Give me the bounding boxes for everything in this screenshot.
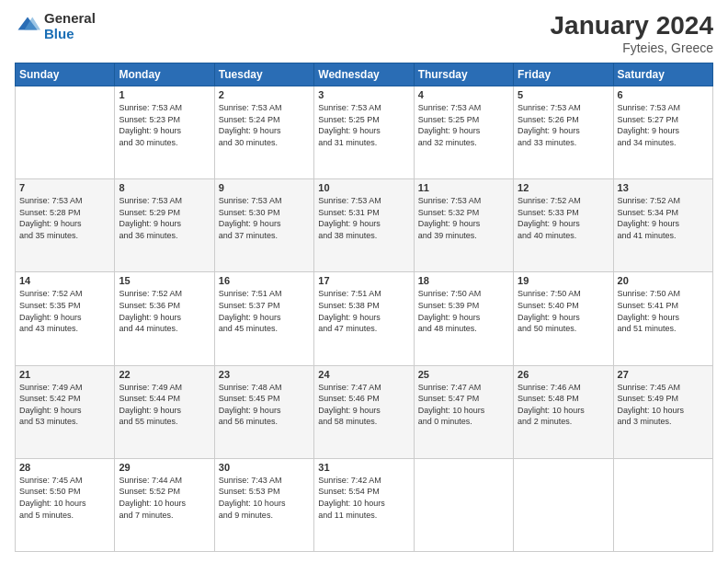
day-header-thursday: Thursday [414,63,513,86]
calendar-day-cell: 12Sunrise: 7:52 AM Sunset: 5:33 PM Dayli… [514,179,613,272]
calendar-day-cell: 30Sunrise: 7:43 AM Sunset: 5:53 PM Dayli… [214,458,313,551]
day-info: Sunrise: 7:44 AM Sunset: 5:52 PM Dayligh… [119,475,210,521]
calendar-day-cell: 3Sunrise: 7:53 AM Sunset: 5:25 PM Daylig… [314,86,414,179]
calendar-day-cell: 7Sunrise: 7:53 AM Sunset: 5:28 PM Daylig… [16,179,115,272]
day-info: Sunrise: 7:51 AM Sunset: 5:38 PM Dayligh… [318,288,409,334]
calendar-week-row: 14Sunrise: 7:52 AM Sunset: 5:35 PM Dayli… [16,272,713,365]
day-number: 25 [418,369,509,380]
calendar-day-cell: 21Sunrise: 7:49 AM Sunset: 5:42 PM Dayli… [16,365,115,458]
day-number: 13 [618,182,709,193]
calendar-day-cell: 8Sunrise: 7:53 AM Sunset: 5:29 PM Daylig… [115,179,214,272]
day-number: 27 [618,369,709,380]
day-info: Sunrise: 7:49 AM Sunset: 5:44 PM Dayligh… [119,382,210,428]
day-info: Sunrise: 7:53 AM Sunset: 5:29 PM Dayligh… [119,195,210,241]
day-info: Sunrise: 7:46 AM Sunset: 5:48 PM Dayligh… [518,382,609,428]
day-info: Sunrise: 7:53 AM Sunset: 5:25 PM Dayligh… [418,102,509,148]
day-number: 4 [418,89,509,100]
calendar-day-cell: 6Sunrise: 7:53 AM Sunset: 5:27 PM Daylig… [613,86,712,179]
day-number: 7 [19,182,110,193]
day-info: Sunrise: 7:50 AM Sunset: 5:41 PM Dayligh… [618,288,709,334]
day-info: Sunrise: 7:47 AM Sunset: 5:47 PM Dayligh… [418,382,509,428]
calendar-day-cell: 31Sunrise: 7:42 AM Sunset: 5:54 PM Dayli… [314,458,414,551]
day-number: 31 [318,462,409,473]
day-info: Sunrise: 7:48 AM Sunset: 5:45 PM Dayligh… [219,382,310,428]
day-header-friday: Friday [514,63,613,86]
calendar-day-cell: 22Sunrise: 7:49 AM Sunset: 5:44 PM Dayli… [115,365,214,458]
day-header-monday: Monday [115,63,214,86]
day-info: Sunrise: 7:42 AM Sunset: 5:54 PM Dayligh… [318,475,409,521]
day-number: 18 [418,275,509,286]
calendar-day-cell: 17Sunrise: 7:51 AM Sunset: 5:38 PM Dayli… [314,272,414,365]
calendar-week-row: 28Sunrise: 7:45 AM Sunset: 5:50 PM Dayli… [16,458,713,551]
day-info: Sunrise: 7:45 AM Sunset: 5:50 PM Dayligh… [19,475,110,521]
calendar-day-cell: 18Sunrise: 7:50 AM Sunset: 5:39 PM Dayli… [414,272,513,365]
day-number: 9 [219,182,310,193]
day-number: 8 [119,182,210,193]
day-info: Sunrise: 7:53 AM Sunset: 5:25 PM Dayligh… [318,102,409,148]
day-number: 20 [618,275,709,286]
calendar-day-cell: 2Sunrise: 7:53 AM Sunset: 5:24 PM Daylig… [214,86,313,179]
day-number: 23 [219,369,310,380]
day-info: Sunrise: 7:53 AM Sunset: 5:23 PM Dayligh… [119,102,210,148]
day-number: 10 [318,182,409,193]
calendar-day-cell: 1Sunrise: 7:53 AM Sunset: 5:23 PM Daylig… [115,86,214,179]
day-number: 24 [318,369,409,380]
logo: General Blue [15,11,96,41]
day-info: Sunrise: 7:50 AM Sunset: 5:40 PM Dayligh… [518,288,609,334]
day-info: Sunrise: 7:53 AM Sunset: 5:24 PM Dayligh… [219,102,310,148]
calendar-day-cell: 16Sunrise: 7:51 AM Sunset: 5:37 PM Dayli… [214,272,313,365]
day-number: 16 [219,275,310,286]
calendar-day-cell: 14Sunrise: 7:52 AM Sunset: 5:35 PM Dayli… [16,272,115,365]
page-subtitle: Fyteies, Greece [551,40,713,55]
calendar-week-row: 1Sunrise: 7:53 AM Sunset: 5:23 PM Daylig… [16,86,713,179]
day-info: Sunrise: 7:53 AM Sunset: 5:32 PM Dayligh… [418,195,509,241]
logo-text: General Blue [44,11,96,41]
day-info: Sunrise: 7:52 AM Sunset: 5:34 PM Dayligh… [618,195,709,241]
day-number: 11 [418,182,509,193]
day-number: 19 [518,275,609,286]
header: General Blue January 2024 Fyteies, Greec… [15,11,713,55]
calendar-day-cell: 29Sunrise: 7:44 AM Sunset: 5:52 PM Dayli… [115,458,214,551]
calendar-day-cell: 9Sunrise: 7:53 AM Sunset: 5:30 PM Daylig… [214,179,313,272]
day-number: 22 [119,369,210,380]
title-block: January 2024 Fyteies, Greece [551,11,713,55]
calendar-day-cell [613,458,712,551]
day-header-tuesday: Tuesday [214,63,313,86]
day-number: 15 [119,275,210,286]
calendar-day-cell: 10Sunrise: 7:53 AM Sunset: 5:31 PM Dayli… [314,179,414,272]
day-number: 12 [518,182,609,193]
calendar-day-cell: 25Sunrise: 7:47 AM Sunset: 5:47 PM Dayli… [414,365,513,458]
calendar-day-cell: 4Sunrise: 7:53 AM Sunset: 5:25 PM Daylig… [414,86,513,179]
calendar-table: SundayMondayTuesdayWednesdayThursdayFrid… [15,63,713,552]
day-number: 26 [518,369,609,380]
day-number: 21 [19,369,110,380]
day-info: Sunrise: 7:52 AM Sunset: 5:36 PM Dayligh… [119,288,210,334]
day-number: 29 [119,462,210,473]
day-number: 28 [19,462,110,473]
day-info: Sunrise: 7:52 AM Sunset: 5:35 PM Dayligh… [19,288,110,334]
day-number: 30 [219,462,310,473]
page-title: January 2024 [551,11,713,40]
calendar-week-row: 21Sunrise: 7:49 AM Sunset: 5:42 PM Dayli… [16,365,713,458]
calendar-day-cell: 20Sunrise: 7:50 AM Sunset: 5:41 PM Dayli… [613,272,712,365]
day-header-sunday: Sunday [16,63,115,86]
calendar-week-row: 7Sunrise: 7:53 AM Sunset: 5:28 PM Daylig… [16,179,713,272]
calendar-day-cell [414,458,513,551]
day-info: Sunrise: 7:53 AM Sunset: 5:28 PM Dayligh… [19,195,110,241]
day-info: Sunrise: 7:49 AM Sunset: 5:42 PM Dayligh… [19,382,110,428]
day-info: Sunrise: 7:53 AM Sunset: 5:30 PM Dayligh… [219,195,310,241]
logo-general: General [44,11,96,27]
day-info: Sunrise: 7:53 AM Sunset: 5:31 PM Dayligh… [318,195,409,241]
day-header-wednesday: Wednesday [314,63,414,86]
day-info: Sunrise: 7:45 AM Sunset: 5:49 PM Dayligh… [618,382,709,428]
logo-icon [15,14,40,40]
day-number: 14 [19,275,110,286]
calendar-day-cell: 11Sunrise: 7:53 AM Sunset: 5:32 PM Dayli… [414,179,513,272]
calendar-day-cell: 5Sunrise: 7:53 AM Sunset: 5:26 PM Daylig… [514,86,613,179]
day-info: Sunrise: 7:53 AM Sunset: 5:26 PM Dayligh… [518,102,609,148]
calendar-body: 1Sunrise: 7:53 AM Sunset: 5:23 PM Daylig… [16,86,713,552]
day-number: 1 [119,89,210,100]
calendar-day-cell [16,86,115,179]
calendar-day-cell: 13Sunrise: 7:52 AM Sunset: 5:34 PM Dayli… [613,179,712,272]
day-number: 6 [618,89,709,100]
